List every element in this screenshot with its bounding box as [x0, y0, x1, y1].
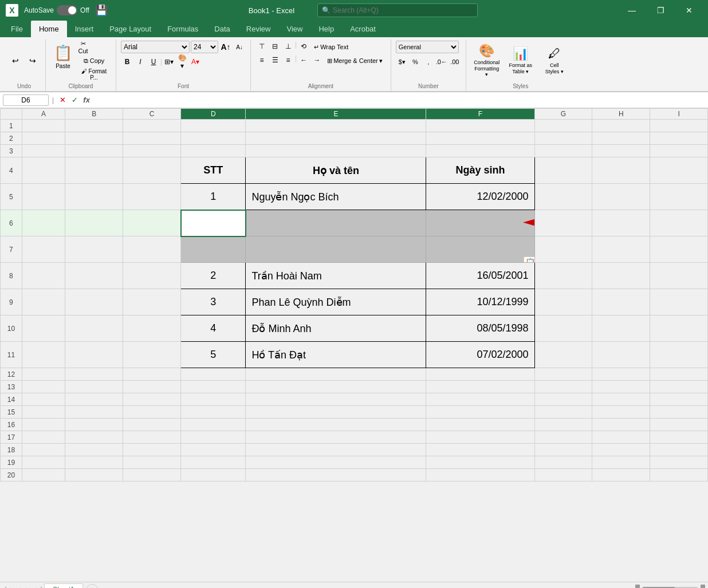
col-header-B[interactable]: B [65, 109, 123, 120]
cell-F6[interactable] [426, 210, 534, 236]
row-header-11[interactable]: 11 [1, 342, 22, 368]
cell-G9[interactable] [534, 289, 592, 315]
tab-insert[interactable]: Insert [67, 21, 102, 37]
cell-G8[interactable] [534, 263, 592, 289]
col-header-I[interactable]: I [650, 109, 708, 120]
cell-A7[interactable] [22, 236, 65, 263]
cell-C7[interactable] [123, 236, 181, 263]
row-header-10[interactable]: 10 [1, 315, 22, 342]
cell-B1[interactable] [65, 120, 123, 132]
cell-I4[interactable] [650, 157, 708, 184]
col-header-A[interactable]: A [22, 109, 65, 120]
cell-C9[interactable] [123, 289, 181, 315]
cell-I8[interactable] [650, 263, 708, 289]
cell-C10[interactable] [123, 315, 181, 342]
align-top-button[interactable]: ⊤ [255, 41, 268, 52]
cell-I11[interactable] [650, 342, 708, 368]
row-header-6[interactable]: 6 [1, 210, 22, 236]
cell-F8[interactable]: 16/05/2001 [426, 263, 534, 289]
cell-D2[interactable] [181, 132, 246, 145]
align-left-button[interactable]: ≡ [255, 54, 268, 66]
cell-C1[interactable] [123, 120, 181, 132]
align-bottom-button[interactable]: ⊥ [282, 41, 294, 52]
cell-C3[interactable] [123, 145, 181, 157]
tab-help[interactable]: Help [310, 21, 342, 37]
border-button[interactable]: ⊞▾ [163, 56, 175, 68]
row-header-4[interactable]: 4 [1, 157, 22, 184]
cell-D10[interactable]: 4 [181, 315, 246, 342]
save-icon[interactable]: 💾 [95, 4, 108, 17]
copy-button[interactable]: ⧉ Copy [77, 54, 111, 67]
col-header-G[interactable]: G [534, 109, 592, 120]
cell-G6[interactable] [534, 210, 592, 236]
italic-button[interactable]: I [134, 56, 147, 68]
cell-C11[interactable] [123, 342, 181, 368]
cell-F9[interactable]: 10/12/1999 [426, 289, 534, 315]
cell-B4[interactable] [65, 157, 123, 184]
confirm-icon[interactable]: ✓ [69, 95, 80, 105]
orientation-button[interactable]: ⟲ [297, 41, 310, 52]
row-header-7[interactable]: 7 [1, 236, 22, 263]
cell-F4[interactable]: Ngày sinh [426, 157, 534, 184]
tab-formulas[interactable]: Formulas [159, 21, 206, 37]
cell-G1[interactable] [534, 120, 592, 132]
cell-E7[interactable] [246, 236, 426, 263]
cell-E4[interactable]: Họ và tên [246, 157, 426, 184]
cell-A3[interactable] [22, 145, 65, 157]
cell-A8[interactable] [22, 263, 65, 289]
cell-A10[interactable] [22, 315, 65, 342]
cell-E5[interactable]: Nguyễn Ngọc Bích [246, 184, 426, 210]
cell-H8[interactable] [592, 263, 650, 289]
cell-D5[interactable]: 1 [181, 184, 246, 210]
cell-G10[interactable] [534, 315, 592, 342]
cell-G2[interactable] [534, 132, 592, 145]
cell-I1[interactable] [650, 120, 708, 132]
redo-button[interactable]: ↪ [25, 54, 41, 67]
row-header-5[interactable]: 5 [1, 184, 22, 210]
align-middle-button[interactable]: ⊟ [269, 41, 281, 52]
sheet-tab-sheet1[interactable]: Sheet1 [44, 583, 83, 589]
tab-acrobat[interactable]: Acrobat [342, 21, 384, 37]
cell-H5[interactable] [592, 184, 650, 210]
cell-E9[interactable]: Phan Lê Quỳnh Diễm [246, 289, 426, 315]
cell-A11[interactable] [22, 342, 65, 368]
cell-F2[interactable] [426, 132, 534, 145]
minimize-button[interactable]: — [619, 0, 645, 21]
cell-I5[interactable] [650, 184, 708, 210]
cell-F3[interactable] [426, 145, 534, 157]
tab-review[interactable]: Review [238, 21, 279, 37]
col-header-D[interactable]: D [181, 109, 246, 120]
cell-D11[interactable]: 5 [181, 342, 246, 368]
cut-button[interactable]: ✂ Cut [77, 41, 89, 53]
cell-D1[interactable] [181, 120, 246, 132]
cell-D3[interactable] [181, 145, 246, 157]
number-format-select[interactable]: General Number Currency Date [396, 41, 459, 53]
fill-color-button[interactable]: 🎨▾ [176, 56, 188, 68]
col-header-H[interactable]: H [592, 109, 650, 120]
cell-E2[interactable] [246, 132, 426, 145]
align-center-button[interactable]: ☰ [269, 54, 281, 66]
autosave-toggle[interactable] [57, 5, 77, 15]
sheet-nav-first[interactable]: |◀ [3, 585, 13, 589]
cell-B2[interactable] [65, 132, 123, 145]
cancel-icon[interactable]: ✕ [57, 95, 68, 105]
wrap-text-button[interactable]: ↵ Wrap Text [310, 41, 352, 53]
cell-H1[interactable] [592, 120, 650, 132]
cell-B7[interactable] [65, 236, 123, 263]
increase-indent-button[interactable]: → [310, 54, 323, 66]
formula-input[interactable] [93, 96, 705, 104]
tab-page-layout[interactable]: Page Layout [101, 21, 159, 37]
cell-G3[interactable] [534, 145, 592, 157]
cell-H6[interactable] [592, 210, 650, 236]
cell-I7[interactable] [650, 236, 708, 263]
cell-A4[interactable] [22, 157, 65, 184]
row-header-1[interactable]: 1 [1, 120, 22, 132]
cell-C6[interactable] [123, 210, 181, 236]
cell-I6[interactable] [650, 210, 708, 236]
function-icon[interactable]: fx [81, 95, 92, 105]
cell-B6[interactable] [65, 210, 123, 236]
undo-button[interactable]: ↩ [7, 54, 23, 67]
cell-D8[interactable]: 2 [181, 263, 246, 289]
cell-A6[interactable] [22, 210, 65, 236]
cell-B9[interactable] [65, 289, 123, 315]
